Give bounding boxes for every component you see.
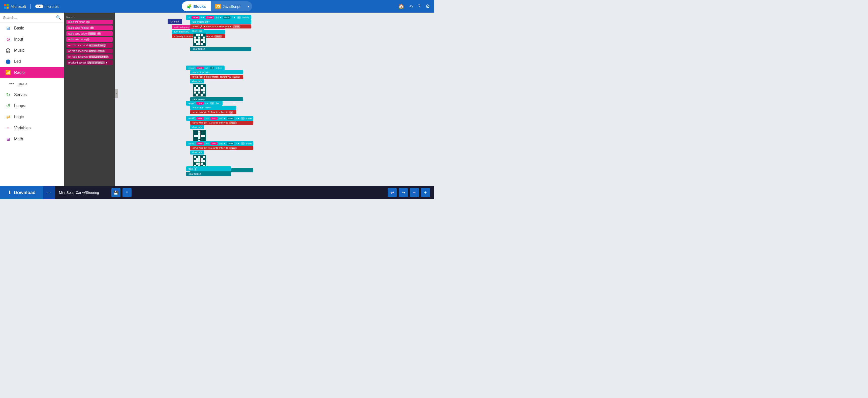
bottom-bar: ⬇ Download ··· 💾 ⑂ ↩ ↪ − +	[0, 186, 434, 199]
sidebar-item-radio[interactable]: 📶 Radio	[0, 67, 64, 78]
clear-screen-bottom[interactable]: clear screen	[186, 172, 231, 176]
save-project-button[interactable]: 💾	[112, 188, 121, 197]
turn-motors-block-4[interactable]: turn motors 0TE ▾	[190, 105, 237, 110]
move-right-motor-block-3[interactable]: move right ▾ motor motor Forward ▾ at va…	[190, 75, 243, 79]
else-if-value-block-1[interactable]: else if value = ▾ 0 ▾ then	[186, 65, 224, 70]
radio-icon: 📶	[5, 69, 11, 75]
zoom-in-button[interactable]: +	[421, 188, 430, 197]
show-leds-label-1[interactable]: show leds	[190, 29, 204, 33]
microsoft-logo-icon	[4, 4, 8, 8]
show-leds-label-3[interactable]: show leds	[190, 125, 204, 129]
download-button[interactable]: ⬇ Download	[0, 186, 43, 199]
sidebar-item-loops[interactable]: ↺ Loops	[0, 100, 64, 112]
sidebar-item-servos[interactable]: ↻ Servos	[0, 89, 64, 100]
sidebar-collapse-arrow[interactable]: ›	[115, 89, 118, 98]
sidebar-item-logic[interactable]: ⇄ Logic	[0, 112, 64, 122]
undo-button[interactable]: ↩	[388, 188, 397, 197]
servo-write-block-2[interactable]: servo write pin P15 (write only) ▾ to va…	[190, 121, 253, 125]
sidebar-item-variables[interactable]: ≡ Variables	[0, 122, 64, 133]
home-button[interactable]: 🏠	[398, 3, 404, 9]
search-input[interactable]	[3, 16, 56, 20]
more-options-button[interactable]: ···	[43, 186, 55, 199]
zoom-out-icon: −	[413, 190, 416, 195]
main-content: 🔍 ⊞ Basic ⊙ Input 🎧 Music ⬤ Led 📶 Radio …	[0, 12, 434, 186]
header-divider: |	[30, 3, 31, 9]
turn-motors-block-2[interactable]: turn motors 0M ▾	[190, 20, 251, 24]
save-icon: 💾	[114, 190, 119, 195]
blocks-label: Blocks	[193, 4, 206, 8]
show-leds-label-2[interactable]: show leds	[190, 80, 204, 84]
share-icon: ⎋	[409, 3, 412, 9]
sidebar-label-music: Music	[14, 48, 25, 53]
move-right-motor-block-2[interactable]: move right ▾ motor motor Reverse ▾ at va…	[190, 25, 251, 29]
clear-screen-1[interactable]: clear screen	[190, 47, 251, 51]
help-icon: ?	[417, 3, 421, 9]
zoom-out-button[interactable]: −	[410, 188, 419, 197]
servo-write-block-3[interactable]: servo write pin P15 (write only) ▾ to va…	[190, 146, 253, 150]
sidebar-label-logic: Logic	[14, 115, 24, 119]
led-grid-1[interactable]	[193, 33, 206, 46]
else-if-name-steer-block-1[interactable]: else if name = ▾ steer and ▾ value < ▾ 0…	[186, 116, 253, 121]
variables-icon: ≡	[5, 125, 11, 131]
led-grid-3[interactable]	[193, 130, 206, 143]
download-icon: ⬇	[7, 190, 11, 195]
on-start-block[interactable]: on start	[167, 19, 182, 24]
js-icon: JS	[215, 4, 221, 8]
led-grid-2[interactable]	[193, 84, 206, 96]
sidebar-item-input[interactable]: ⊙ Input	[0, 34, 64, 45]
sidebar-label-variables: Variables	[14, 126, 31, 130]
redo-button[interactable]: ↪	[399, 188, 408, 197]
turn-motors-block-3[interactable]: turn motors 0M ▾	[190, 70, 243, 74]
block-on-radio-received-number[interactable]: on radio received receivedNumber	[66, 55, 113, 59]
blocks-icon: 🧩	[187, 4, 192, 9]
microbit-icon	[35, 4, 43, 8]
third-if-block-group: else if value < ▾ 0 then ⊕ turn motors 0…	[186, 101, 237, 115]
help-button[interactable]: ?	[417, 3, 421, 9]
sidebar-item-more[interactable]: ••• more	[0, 78, 64, 89]
zoom-in-icon: +	[424, 190, 427, 195]
settings-button[interactable]: ⚙	[426, 3, 430, 9]
show-leds-label-4[interactable]: show leds	[190, 151, 204, 154]
bottom-right-controls: ↩ ↪ − +	[388, 188, 434, 197]
chevron-down-icon: ▾	[248, 4, 249, 8]
share-button[interactable]: ⎋	[409, 3, 412, 9]
block-radio-set-group[interactable]: radio set group 1	[66, 20, 113, 25]
project-name-area: 💾 ⑂	[55, 188, 388, 197]
music-icon: 🎧	[5, 48, 11, 54]
redo-icon: ↪	[402, 190, 405, 195]
undo-icon: ↩	[391, 190, 394, 195]
sidebar-label-led: Led	[14, 59, 21, 64]
else-if-name-steer-block-2[interactable]: else if name = ▾ steer and ▾ value < ▾ 0…	[186, 141, 253, 146]
block-received-packet[interactable]: received packet signal strength ▾	[66, 60, 113, 65]
mode-dropdown-button[interactable]: ▾	[245, 1, 252, 11]
project-name-input[interactable]	[59, 190, 110, 194]
led-grid-4[interactable]	[193, 155, 206, 167]
else-block[interactable]: else ⊕	[186, 166, 231, 172]
sidebar-item-math[interactable]: ⊞ Math	[0, 133, 64, 145]
block-on-radio-received-string[interactable]: on radio received receivedString	[66, 43, 113, 48]
javascript-button[interactable]: JS JavaScript	[211, 1, 245, 11]
block-radio-send-value[interactable]: radio send value name 0	[66, 31, 113, 36]
led-toggle-icon: ⬤	[5, 59, 11, 64]
github-button[interactable]: ⑂	[123, 188, 131, 197]
microbit-logo: micro:bit	[35, 4, 59, 8]
block-on-radio-received-name-value[interactable]: on radio received name value	[66, 49, 113, 54]
if-name-power-block[interactable]: if name = ▾ power and ▾ value > ▾ 0 ▾ th…	[186, 15, 251, 20]
servo-write-block-1[interactable]: servo write pin P15 (write only) ▾ to 0	[190, 110, 237, 114]
blocks-button[interactable]: 🧩 Blocks	[182, 1, 211, 11]
else-if-value-block-2[interactable]: else if value < ▾ 0 then ⊕	[186, 101, 222, 105]
block-radio-send-string[interactable]: radio send string	[66, 37, 113, 42]
input-icon: ⊙	[5, 36, 11, 42]
more-icon: •••	[8, 81, 14, 87]
sidebar-label-math: Math	[14, 137, 23, 142]
sidebar-item-basic[interactable]: ⊞ Basic	[0, 23, 64, 34]
block-radio-send-number[interactable]: radio send number 0	[66, 26, 113, 30]
sidebar-item-music[interactable]: 🎧 Music	[0, 45, 64, 56]
microbit-label: micro:bit	[44, 4, 59, 8]
sidebar-label-radio: Radio	[14, 70, 25, 75]
sidebar-label-more: more	[18, 82, 27, 86]
basic-icon: ⊞	[5, 25, 11, 31]
logic-icon: ⇄	[5, 114, 11, 120]
radio-received-main-group: if name = ▾ power and ▾ value > ▾ 0 ▾ th…	[186, 15, 251, 52]
sidebar-item-led[interactable]: ⬤ Led	[0, 56, 64, 67]
